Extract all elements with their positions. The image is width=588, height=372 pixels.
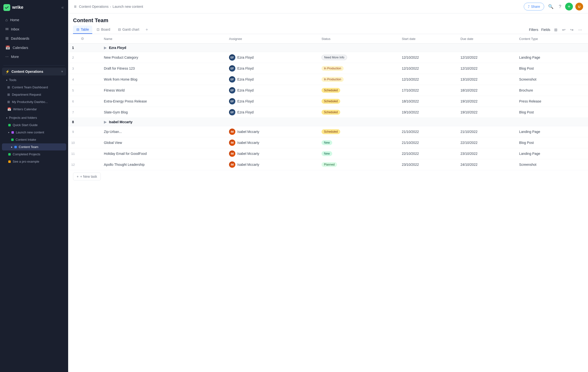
table-row[interactable]: 9 Zip-Urban... IM Isabel Mccarty Schedul… bbox=[68, 126, 588, 137]
table-row[interactable]: 12 Apollo Thought Leadership IM Isabel M… bbox=[68, 159, 588, 170]
table-row[interactable]: 2 New Product Category EF Ezra Floyd Nee… bbox=[68, 52, 588, 63]
columns-button[interactable]: ⊞ bbox=[553, 27, 558, 33]
task-name[interactable]: Fitness World bbox=[101, 85, 226, 96]
col-name[interactable]: Name bbox=[101, 34, 226, 43]
task-name[interactable]: Slate-Gym Blog bbox=[101, 107, 226, 118]
task-due-date: 24/10/2022 bbox=[458, 159, 516, 170]
table-row[interactable]: 6 Extra-Energy Press Release EF Ezra Flo… bbox=[68, 96, 588, 107]
tab-table[interactable]: ⊟ Table bbox=[73, 26, 92, 34]
task-assignee[interactable]: EF Ezra Floyd bbox=[226, 74, 319, 85]
sidebar-item-content-team[interactable]: ▸ Content Team bbox=[2, 143, 66, 150]
col-due-date[interactable]: Due date bbox=[458, 34, 516, 43]
task-name[interactable]: Apollo Thought Leadership bbox=[101, 159, 226, 170]
sidebar-item-launch-new-content[interactable]: ▸ Launch new content bbox=[2, 129, 66, 136]
task-status[interactable]: Scheduled bbox=[319, 85, 399, 96]
sidebar-item-writers-calendar[interactable]: 📅 Writers Calendar bbox=[2, 106, 66, 113]
table-row[interactable]: 11 Holiday Email for GoodFood IM Isabel … bbox=[68, 148, 588, 159]
sidebar-item-more[interactable]: ··· More bbox=[2, 52, 66, 61]
sidebar-item-quick-start[interactable]: Quick Start Guide bbox=[2, 121, 66, 128]
task-name[interactable]: Holiday Email for GoodFood bbox=[101, 148, 226, 159]
sidebar-item-calendars[interactable]: 📅 Calendars bbox=[2, 43, 66, 52]
table-icon: ⊟ bbox=[76, 28, 79, 32]
task-assignee[interactable]: EF Ezra Floyd bbox=[226, 85, 319, 96]
task-assignee[interactable]: IM Isabel Mccarty bbox=[226, 159, 319, 170]
task-name[interactable]: New Product Category bbox=[101, 52, 226, 63]
task-status[interactable]: Scheduled bbox=[319, 107, 399, 118]
hamburger-button[interactable]: ≡ bbox=[73, 3, 78, 10]
task-name[interactable]: Global View bbox=[101, 137, 226, 148]
task-status[interactable]: Scheduled bbox=[319, 96, 399, 107]
content-operations-section[interactable]: ⚡ Content Operations ▾ bbox=[2, 68, 66, 75]
settings-icon[interactable]: ⚙ bbox=[81, 37, 84, 41]
status-badge: Scheduled bbox=[322, 99, 340, 104]
task-assignee[interactable]: IM Isabel Mccarty bbox=[226, 148, 319, 159]
projects-folders-header[interactable]: ▸ Projects and folders bbox=[2, 114, 66, 121]
assignee-name: Ezra Floyd bbox=[237, 66, 254, 70]
task-assignee[interactable]: EF Ezra Floyd bbox=[226, 107, 319, 118]
col-start-date[interactable]: Start date bbox=[399, 34, 458, 43]
row-num: 6 bbox=[68, 96, 78, 107]
assignee-avatar: EF bbox=[229, 109, 235, 115]
redo-button[interactable]: ↪ bbox=[569, 27, 574, 33]
task-name[interactable]: Work from Home Blog bbox=[101, 74, 226, 85]
fields-button[interactable]: Fields bbox=[541, 27, 550, 33]
task-name[interactable]: Draft for Fitness 123 bbox=[101, 63, 226, 74]
calendar-icon: 📅 bbox=[7, 107, 11, 111]
sidebar-item-pro-example[interactable]: See a pro example bbox=[2, 158, 66, 165]
task-name[interactable]: Extra-Energy Press Release bbox=[101, 96, 226, 107]
tab-board[interactable]: ⊡ Board bbox=[93, 26, 113, 34]
sidebar-item-dashboards[interactable]: ⊞ Dashboards bbox=[2, 34, 66, 43]
collapse-sidebar-button[interactable]: « bbox=[60, 4, 65, 11]
task-status[interactable]: Scheduled bbox=[319, 126, 399, 137]
undo-button[interactable]: ↩ bbox=[561, 27, 566, 33]
sidebar-item-completed-projects[interactable]: Completed Projects bbox=[2, 151, 66, 158]
dept-icon: ⊞ bbox=[7, 93, 10, 96]
task-status[interactable]: New bbox=[319, 148, 399, 159]
table-row[interactable]: 10 Global View IM Isabel Mccarty New 21/… bbox=[68, 137, 588, 148]
sidebar-item-productivity-dashboard[interactable]: ⊞ My Productivity Dashbo... bbox=[2, 98, 66, 106]
add-button[interactable]: + bbox=[565, 3, 573, 11]
table-group-row[interactable]: 8 ▶ Isabel Mccarty bbox=[68, 118, 588, 126]
chevron-right-icon: ▸ bbox=[6, 79, 8, 81]
filters-button[interactable]: Filters bbox=[529, 27, 538, 33]
sidebar-item-department-request[interactable]: ⊞ Department Request bbox=[2, 91, 66, 98]
chevron-right-icon: ▸ bbox=[8, 131, 10, 134]
col-assignee[interactable]: Assignee bbox=[226, 34, 319, 43]
task-assignee[interactable]: IM Isabel Mccarty bbox=[226, 137, 319, 148]
table-group-row[interactable]: 1 ▶ Ezra Floyd bbox=[68, 43, 588, 52]
user-avatar[interactable]: U bbox=[575, 3, 583, 11]
new-task-button[interactable]: + + New task bbox=[73, 173, 101, 181]
task-assignee[interactable]: IM Isabel Mccarty bbox=[226, 126, 319, 137]
sidebar-item-content-intake[interactable]: Content Intake bbox=[2, 136, 66, 143]
task-assignee[interactable]: EF Ezra Floyd bbox=[226, 63, 319, 74]
col-content-type[interactable]: Content Type bbox=[516, 34, 588, 43]
col-status[interactable]: Status bbox=[319, 34, 399, 43]
share-button[interactable]: ⤴ Share bbox=[524, 3, 544, 11]
task-assignee[interactable]: EF Ezra Floyd bbox=[226, 96, 319, 107]
add-tab-button[interactable]: + bbox=[144, 26, 150, 33]
table-row[interactable]: 4 Work from Home Blog EF Ezra Floyd In P… bbox=[68, 74, 588, 85]
task-content-type: Blog Post bbox=[516, 107, 588, 118]
task-name[interactable]: Zip-Urban... bbox=[101, 126, 226, 137]
sidebar-item-home[interactable]: ⌂ Home bbox=[2, 16, 66, 24]
sidebar-item-content-team-dashboard[interactable]: ⊞ Content Team Dashboard bbox=[2, 84, 66, 91]
table-row[interactable]: 7 Slate-Gym Blog EF Ezra Floyd Scheduled… bbox=[68, 107, 588, 118]
help-button[interactable]: ? bbox=[557, 3, 563, 11]
task-assignee[interactable]: EF Ezra Floyd bbox=[226, 52, 319, 63]
table-row[interactable]: 5 Fitness World EF Ezra Floyd Scheduled … bbox=[68, 85, 588, 96]
search-button[interactable]: 🔍 bbox=[547, 2, 555, 11]
tabs-left: ⊟ Table ⊡ Board ⊟ Gantt chart + bbox=[73, 26, 150, 34]
task-status[interactable]: In Production bbox=[319, 74, 399, 85]
sidebar-item-inbox[interactable]: ✉ Inbox bbox=[2, 25, 66, 34]
chevron-right-icon: ▶ bbox=[104, 120, 107, 124]
more-options-button[interactable]: ⋯ bbox=[577, 27, 583, 33]
task-status[interactable]: Planned bbox=[319, 159, 399, 170]
task-status[interactable]: Need More Info bbox=[319, 52, 399, 63]
task-status[interactable]: In Production bbox=[319, 63, 399, 74]
row-num: 12 bbox=[68, 159, 78, 170]
task-status[interactable]: New bbox=[319, 137, 399, 148]
col-num bbox=[68, 34, 78, 43]
tools-header[interactable]: ▸ Tools bbox=[2, 76, 66, 84]
tab-gantt[interactable]: ⊟ Gantt chart bbox=[115, 26, 143, 34]
table-row[interactable]: 3 Draft for Fitness 123 EF Ezra Floyd In… bbox=[68, 63, 588, 74]
